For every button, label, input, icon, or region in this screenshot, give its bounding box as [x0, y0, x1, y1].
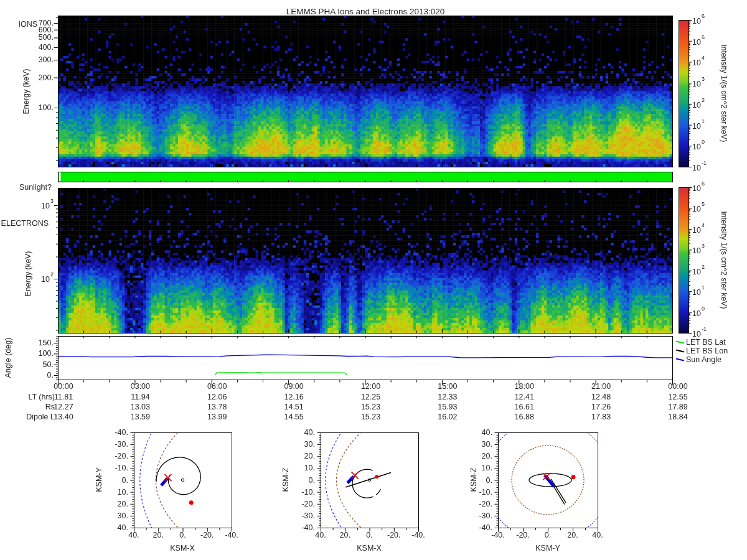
- orbit-ytick-label: -40.: [115, 428, 128, 437]
- orbit-ytick-label: 0.: [486, 476, 492, 485]
- electron-ytick-label: 103: [41, 200, 54, 210]
- time-tick-label: 00:00: [54, 382, 73, 391]
- orbit-ytick-label: -30.: [115, 440, 128, 449]
- table-value: 17.89: [668, 403, 687, 411]
- table-value: 13.78: [207, 403, 227, 411]
- ion-colorbar-label: intensity 1/(s cm^2 ster keV): [720, 45, 728, 142]
- orbit-ytick-label: -40.: [301, 523, 315, 532]
- plot-canvas: [0, 0, 747, 560]
- ion-y-axis-label: Energy (keV): [22, 69, 31, 114]
- ion-colorbar-tick-label: 104: [692, 57, 705, 67]
- orbit-ytick-label: 0.: [309, 476, 315, 485]
- electron-colorbar-label: intensity 1/(s cm^2 ster keV): [720, 212, 728, 309]
- orbit2-x-axis-label: KSM-X: [357, 544, 382, 553]
- orbit-ytick-label: 10.: [304, 464, 315, 472]
- orbit-ytick-label: 20.: [118, 500, 128, 508]
- orbit-xtick-label: 0.: [545, 531, 551, 539]
- angle-ytick-label: 100.: [39, 349, 54, 358]
- electron-colorbar-tick-label: 10-1: [692, 329, 707, 338]
- table-value: 12.41: [515, 393, 534, 401]
- sunlight-label: Sunlight?: [19, 183, 52, 192]
- orbit-ytick-label: -10.: [301, 488, 315, 497]
- orbit-xtick-label: -40.: [491, 531, 505, 539]
- orbit-ytick-label: 30.: [118, 511, 128, 520]
- orbit-ytick-label: 10.: [118, 488, 128, 497]
- electron-colorbar-tick-label: 100: [692, 308, 705, 318]
- angle-ytick-label: 50.: [43, 360, 54, 369]
- orbit-ytick-label: -10.: [479, 488, 492, 497]
- orbit-xtick-label: -20.: [387, 531, 401, 539]
- orbit-xtick-label: 0.: [179, 531, 186, 539]
- time-tick-label: 18:00: [515, 382, 534, 391]
- orbit-ytick-label: -20.: [301, 500, 315, 508]
- table-value: 12.48: [591, 393, 611, 401]
- orbit-ytick-label: 30.: [482, 440, 492, 449]
- ion-colorbar-tick-label: 100: [692, 141, 705, 151]
- ion-colorbar-tick-label: 101: [692, 121, 705, 131]
- orbit-xtick-label: -20.: [516, 531, 530, 539]
- electron-colorbar-tick-label: 102: [692, 266, 705, 276]
- electrons-panel-label: ELECTRONS: [1, 219, 49, 228]
- table-value: 13.03: [131, 403, 150, 411]
- ion-ytick-label: 300.: [39, 55, 54, 64]
- orbit-ytick-label: 30.: [304, 440, 315, 449]
- time-tick-label: 12:00: [361, 382, 380, 391]
- table-row-label-lt: LT (hrs): [28, 393, 55, 401]
- ion-colorbar-tick-label: 105: [692, 37, 705, 47]
- table-value: 17.83: [591, 413, 611, 421]
- orbit-ytick-label: 10.: [482, 464, 492, 472]
- page-title: LEMMS PHA Ions and Electrons 2013:020: [286, 7, 444, 16]
- table-value: 16.02: [438, 413, 457, 421]
- angle-ytick-label: 150.: [39, 338, 54, 347]
- ions-panel-label: IONS: [18, 20, 37, 29]
- table-value: 12.16: [284, 393, 303, 401]
- orbit-xtick-label: 20.: [567, 531, 578, 539]
- table-value: 12.55: [668, 393, 687, 401]
- orbit-xtick-label: 40.: [128, 531, 139, 539]
- time-tick-label: 21:00: [591, 382, 611, 391]
- table-value: 15.23: [361, 403, 380, 411]
- electron-ytick-label: 102: [41, 274, 54, 284]
- ion-ytick-label: 400.: [39, 43, 54, 52]
- ion-ytick-label: 200.: [39, 73, 54, 82]
- orbit-ytick-label: -20.: [115, 452, 128, 460]
- table-value: 13.40: [54, 413, 73, 421]
- table-value: 14.55: [284, 413, 303, 421]
- orbit-ytick-label: 0.: [122, 476, 128, 485]
- orbit-ytick-label: -40.: [479, 523, 492, 532]
- legend-label-sun-angle: Sun Angle: [686, 355, 721, 364]
- orbit2-y-axis-label: KSM-Z: [281, 468, 290, 492]
- orbit-ytick-label: 20.: [304, 452, 315, 460]
- legend-label-let-bs-lon: LET BS Lon: [686, 347, 728, 355]
- orbit-ytick-label: 40.: [482, 428, 492, 437]
- table-value: 11.81: [54, 393, 73, 401]
- ion-ytick-label: 500.: [39, 33, 54, 42]
- ion-colorbar-tick-label: 106: [692, 16, 705, 26]
- angle-ytick-label: 0.: [47, 371, 54, 380]
- orbit-xtick-label: 40.: [315, 531, 326, 539]
- electron-colorbar-tick-label: 105: [692, 203, 705, 213]
- time-tick-label: 15:00: [438, 382, 457, 391]
- table-value: 17.26: [591, 403, 611, 411]
- table-value: 12.25: [361, 393, 380, 401]
- table-value: 12.27: [54, 403, 73, 411]
- orbit1-x-axis-label: KSM-X: [170, 544, 195, 553]
- lemms-quicklook-page: LEMMS PHA Ions and Electrons 2013:020 IO…: [0, 0, 747, 560]
- orbit-ytick-label: 40.: [118, 523, 128, 532]
- table-value: 16.61: [515, 403, 534, 411]
- orbit-xtick-label: 20.: [340, 531, 350, 539]
- orbit-ytick-label: 40.: [304, 428, 315, 437]
- time-tick-label: 06:00: [207, 382, 227, 391]
- table-value: 15.93: [438, 403, 457, 411]
- table-value: 15.23: [361, 413, 380, 421]
- electron-colorbar-tick-label: 101: [692, 287, 705, 297]
- ion-colorbar-tick-label: 102: [692, 100, 705, 110]
- orbit-ytick-label: -30.: [479, 511, 492, 520]
- orbit-xtick-label: 0.: [366, 531, 372, 539]
- orbit-ytick-label: -30.: [301, 511, 315, 520]
- table-value: 13.59: [131, 413, 150, 421]
- angle-y-axis-label: Angle (deg): [4, 338, 12, 378]
- table-value: 18.84: [668, 413, 687, 421]
- table-value: 12.33: [438, 393, 457, 401]
- table-value: 16.88: [515, 413, 534, 421]
